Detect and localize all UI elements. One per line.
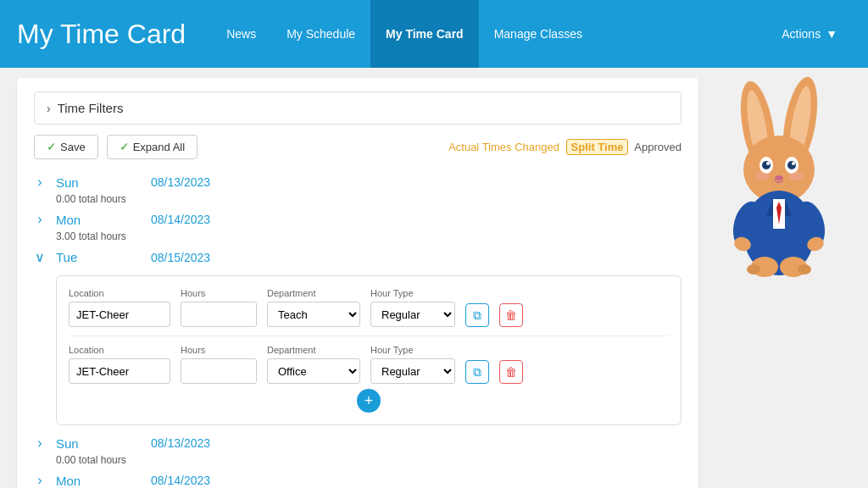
sun-bottom-total-hours: 0.00 total hours	[34, 454, 682, 466]
hourtype-field-group-2: Hour Type Regular Overtime	[370, 345, 455, 384]
save-checkmark-icon: ✓	[47, 141, 56, 153]
copy-button-2[interactable]: ⧉	[465, 360, 489, 384]
sun-chevron-icon: ›	[34, 175, 46, 190]
location-label-1: Location	[69, 288, 170, 298]
entry-row-1: Location Hours Department Teach Office H…	[69, 288, 669, 327]
nav-tab-timecard[interactable]: My Time Card	[370, 0, 479, 68]
rabbit-mascot	[707, 68, 851, 280]
hourtype-select-2[interactable]: Regular Overtime	[370, 358, 455, 384]
nav-tab-schedule[interactable]: My Schedule	[271, 0, 370, 68]
trash-icon-2: 🗑	[505, 365, 517, 379]
copy-icon-1: ⧉	[473, 308, 481, 323]
chevron-down-icon: ▼	[826, 27, 837, 41]
main-content: › Time Filters ✓ Save ✓ Expand All Actua…	[17, 78, 698, 488]
nav-tab-news[interactable]: News	[211, 0, 271, 68]
location-label-2: Location	[69, 345, 170, 355]
expand-all-button[interactable]: ✓ Expand All	[107, 135, 198, 159]
copy-icon-2: ⧉	[473, 365, 481, 380]
delete-button-2[interactable]: 🗑	[499, 360, 523, 384]
header: My Time Card News My Schedule My Time Ca…	[0, 0, 868, 68]
entry-row-2: Location Hours Department Teach Office H…	[69, 345, 669, 384]
entry-separator	[69, 336, 669, 336]
hours-label-2: Hours	[181, 345, 257, 355]
sun-total-hours: 0.00 total hours	[34, 193, 682, 205]
delete-button-1[interactable]: 🗑	[499, 303, 523, 327]
svg-point-12	[755, 172, 769, 180]
hourtype-label-2: Hour Type	[370, 345, 455, 355]
hourtype-select-1[interactable]: Regular Overtime	[370, 302, 455, 327]
mon-bottom-chevron-icon: ›	[34, 473, 46, 488]
location-input-1[interactable]	[69, 302, 170, 327]
day-row-tue[interactable]: ∨ Tue 08/15/2023	[34, 246, 682, 269]
mon-day-name: Mon	[56, 213, 141, 227]
day-row-sun[interactable]: › Sun 08/13/2023	[34, 171, 682, 193]
sun-bottom-day-date: 08/13/2023	[151, 436, 210, 450]
nav-tab-classes[interactable]: Manage Classes	[479, 0, 598, 68]
svg-point-26	[798, 264, 811, 274]
svg-point-11	[775, 175, 783, 180]
dept-field-group-2: Department Teach Office	[267, 345, 360, 384]
add-entry-button[interactable]: +	[357, 389, 381, 413]
hourtype-label-1: Hour Type	[370, 288, 455, 298]
sun-day-name: Sun	[56, 175, 141, 190]
day-row-mon-bottom[interactable]: › Mon 08/14/2023	[34, 469, 682, 488]
time-filters-chevron: ›	[47, 102, 51, 115]
location-input-2[interactable]	[69, 358, 170, 384]
day-row-sun-bottom[interactable]: › Sun 08/13/2023	[34, 432, 682, 454]
tue-day-date: 08/15/2023	[151, 251, 210, 264]
svg-point-9	[766, 162, 770, 165]
sun-bottom-chevron-icon: ›	[34, 435, 46, 451]
dept-select-1[interactable]: Teach Office	[267, 302, 360, 327]
time-entry-card: Location Hours Department Teach Office H…	[56, 275, 682, 425]
svg-point-8	[787, 161, 796, 169]
mon-chevron-icon: ›	[34, 212, 46, 227]
svg-point-7	[762, 161, 771, 169]
svg-point-13	[789, 172, 803, 180]
sun-day-date: 08/13/2023	[151, 175, 210, 189]
expand-checkmark-icon: ✓	[120, 141, 129, 153]
dept-label-2: Department	[267, 345, 360, 355]
trash-icon-1: 🗑	[505, 308, 517, 322]
day-row-mon[interactable]: › Mon 08/14/2023	[34, 208, 682, 230]
mon-bottom-day-name: Mon	[56, 474, 141, 488]
location-field-group-2: Location	[69, 345, 170, 384]
svg-point-10	[792, 162, 795, 165]
hours-field-group-1: Hours	[181, 288, 257, 327]
mon-day-date: 08/14/2023	[151, 213, 210, 226]
tue-day-name: Tue	[56, 250, 141, 264]
hours-field-group-2: Hours	[181, 345, 257, 384]
svg-point-25	[747, 264, 760, 274]
split-time-badge: Split Time	[566, 139, 629, 155]
dept-select-2[interactable]: Teach Office	[267, 358, 360, 384]
nav-tabs: News My Schedule My Time Card Manage Cla…	[211, 0, 768, 68]
copy-button-1[interactable]: ⧉	[465, 303, 489, 327]
time-filters-section[interactable]: › Time Filters	[34, 92, 682, 125]
mon-total-hours: 3.00 total hours	[34, 230, 682, 242]
actions-button[interactable]: Actions ▼	[768, 20, 851, 47]
toolbar: ✓ Save ✓ Expand All Actual Times Changed…	[34, 135, 682, 159]
tue-chevron-icon: ∨	[34, 249, 46, 265]
hours-label-1: Hours	[181, 288, 257, 298]
status-text: Actual Times Changed Split Time Approved	[448, 141, 682, 153]
hours-input-1[interactable]	[181, 302, 257, 327]
hourtype-field-group-1: Hour Type Regular Overtime	[370, 288, 455, 327]
save-button[interactable]: ✓ Save	[34, 135, 98, 159]
dept-label-1: Department	[267, 288, 360, 298]
location-field-group-1: Location	[69, 288, 170, 327]
hours-input-2[interactable]	[181, 358, 257, 384]
sun-bottom-day-name: Sun	[56, 436, 141, 451]
dept-field-group-1: Department Teach Office	[267, 288, 360, 327]
page-title: My Time Card	[17, 19, 186, 50]
time-filters-label: Time Filters	[58, 101, 124, 115]
mon-bottom-day-date: 08/14/2023	[151, 474, 210, 487]
